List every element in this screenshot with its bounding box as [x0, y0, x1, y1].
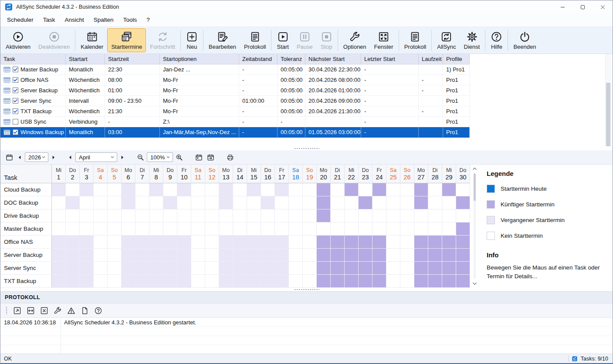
calendar-cell[interactable]: [191, 209, 205, 222]
calendar-cell[interactable]: [205, 249, 219, 262]
day-header-23[interactable]: Do23: [359, 165, 373, 183]
calendar-cell[interactable]: [359, 196, 373, 209]
calendar-cell[interactable]: [177, 222, 191, 236]
calendar-cell[interactable]: [52, 236, 66, 249]
calendar-cell[interactable]: [94, 209, 108, 222]
calendar-cell[interactable]: [233, 196, 247, 209]
calendar-cell[interactable]: [400, 236, 414, 249]
calendar-cell[interactable]: [456, 275, 470, 288]
calendar-cell[interactable]: [135, 275, 149, 288]
calendar-cell[interactable]: [94, 249, 108, 262]
calendar-cell[interactable]: [247, 183, 261, 196]
task-checkbox[interactable]: [13, 129, 18, 135]
calendar-cell[interactable]: [191, 196, 205, 209]
calendar-cell[interactable]: [149, 249, 163, 262]
day-header-11[interactable]: Sa11: [191, 165, 205, 183]
calendar-cell[interactable]: [233, 209, 247, 222]
calendar-cell[interactable]: [247, 222, 261, 236]
calendar-cell[interactable]: [289, 275, 303, 288]
calendar-cell[interactable]: [261, 236, 275, 249]
warning-button[interactable]: [67, 306, 76, 315]
task-checkbox[interactable]: [13, 88, 18, 93]
calendar-cell[interactable]: [400, 249, 414, 262]
calendar-cell[interactable]: [219, 275, 233, 288]
calendar-cell[interactable]: [177, 209, 191, 222]
day-header-1[interactable]: Mi1: [52, 165, 66, 183]
column-header-toleranz[interactable]: Toleranz: [278, 54, 305, 64]
day-header-28[interactable]: Di28: [428, 165, 442, 183]
day-header-2[interactable]: Do2: [66, 165, 80, 183]
calendar-cell[interactable]: [177, 183, 191, 196]
day-header-10[interactable]: Fr10: [177, 165, 191, 183]
calendar-cell[interactable]: [289, 183, 303, 196]
day-header-22[interactable]: Mi22: [345, 165, 359, 183]
toolbar-grip[interactable]: [6, 307, 7, 314]
calendar-cell[interactable]: [386, 236, 400, 249]
calendar-cell[interactable]: [135, 249, 149, 262]
calendar-cell[interactable]: [359, 262, 373, 275]
calendar-cell[interactable]: [331, 209, 345, 222]
minimize-button[interactable]: [552, 0, 572, 13]
calendar-cell[interactable]: [317, 249, 331, 262]
task-row-usb-sync[interactable]: USB SyncVerbindung-Z:\---Pro1: [0, 117, 470, 127]
calendar-cell[interactable]: [247, 196, 261, 209]
calendar-cell[interactable]: [149, 183, 163, 196]
calendar-cell[interactable]: [303, 196, 317, 209]
calendar-cell[interactable]: [205, 196, 219, 209]
task-checkbox[interactable]: [13, 98, 18, 104]
column-header-startart[interactable]: Startart: [66, 54, 105, 64]
day-header-18[interactable]: Sa18: [289, 165, 303, 183]
calendar-cell[interactable]: [219, 183, 233, 196]
calendar-cell[interactable]: [80, 222, 94, 236]
day-header-13[interactable]: Mo13: [219, 165, 233, 183]
year-select[interactable]: 2026: [25, 152, 48, 162]
close-button[interactable]: [593, 0, 613, 13]
calendar-cell[interactable]: [400, 275, 414, 288]
calendar-cell[interactable]: [122, 196, 135, 209]
goto-date-button[interactable]: [193, 152, 204, 163]
calendar-cell[interactable]: [442, 209, 456, 222]
calendar-cell[interactable]: [80, 249, 94, 262]
task-checkbox[interactable]: [13, 77, 18, 83]
splitter-table-calendar[interactable]: [0, 147, 613, 150]
day-header-6[interactable]: Mo6: [122, 165, 135, 183]
day-header-15[interactable]: Mi15: [247, 165, 261, 183]
calendar-cell[interactable]: [386, 262, 400, 275]
calendar-cell[interactable]: [373, 249, 386, 262]
calendar-cell[interactable]: [219, 249, 233, 262]
calendar-cell[interactable]: [122, 262, 135, 275]
calendar-cell[interactable]: [149, 196, 163, 209]
calendar-cell[interactable]: [94, 196, 108, 209]
day-header-20[interactable]: Mo20: [317, 165, 331, 183]
calendar-cell[interactable]: [177, 249, 191, 262]
calendar-cell[interactable]: [373, 196, 386, 209]
calendar-cell[interactable]: [80, 196, 94, 209]
calendar-cell[interactable]: [122, 222, 135, 236]
calendar-cell[interactable]: [400, 209, 414, 222]
calendar-cell[interactable]: [414, 196, 428, 209]
calendar-cell[interactable]: [359, 236, 373, 249]
calendar-cell[interactable]: [386, 183, 400, 196]
calendar-cell[interactable]: [233, 236, 247, 249]
calendar-cell[interactable]: [331, 249, 345, 262]
next-month-button[interactable]: [118, 152, 126, 163]
calendar-cell[interactable]: [108, 275, 122, 288]
toolbar-protokoll-button[interactable]: Protokoll: [240, 28, 270, 52]
splitter-grip[interactable]: [294, 289, 319, 290]
calendar-cell[interactable]: [303, 222, 317, 236]
calendar-cell[interactable]: [345, 262, 359, 275]
calendar-cell[interactable]: [275, 236, 289, 249]
toolbar-fenster-button[interactable]: Fenster: [370, 28, 397, 52]
calendar-cell[interactable]: [261, 222, 275, 236]
calendar-cell[interactable]: [66, 236, 80, 249]
fit-width-button[interactable]: [26, 306, 35, 315]
file-button[interactable]: [80, 306, 89, 315]
goto-today-button[interactable]: [205, 152, 216, 163]
prev-month-button[interactable]: [66, 152, 75, 163]
calendar-cell[interactable]: [163, 183, 177, 196]
day-header-19[interactable]: So19: [303, 165, 317, 183]
calendar-cell[interactable]: [303, 183, 317, 196]
calendar-cell[interactable]: [414, 249, 428, 262]
task-row-windows-backup[interactable]: Windows BackupMonatlich03:00Jan-Mär,Mai-…: [0, 127, 470, 138]
column-header-letzter-start[interactable]: Letzter Start: [361, 54, 419, 64]
